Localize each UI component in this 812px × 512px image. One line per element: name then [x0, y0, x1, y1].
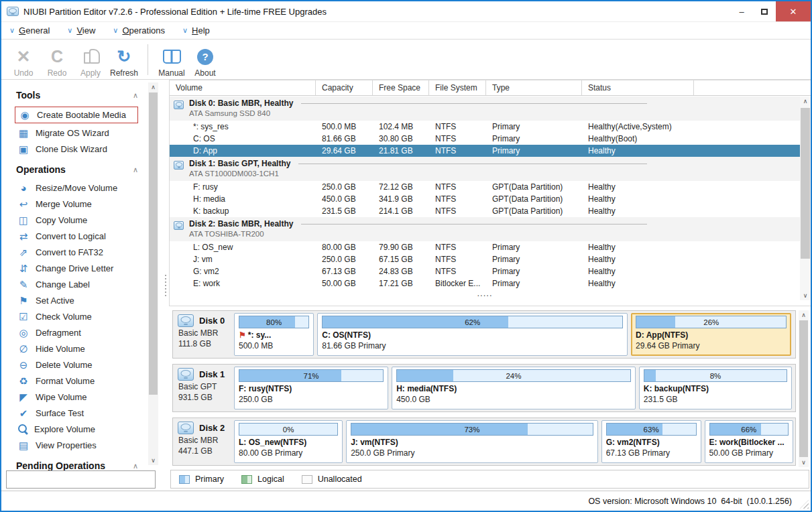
menu-operations[interactable]: ∨Operations: [113, 25, 165, 36]
convert-fat32-icon: ⇗: [17, 247, 30, 257]
table-row-h-media[interactable]: H: media450.0 GB341.9 GBNTFSGPT(Data Par…: [170, 193, 800, 205]
partition-block-j-vm-ntfs[interactable]: 73%J: vm(NTFS)250.0 GB Primary: [346, 420, 597, 463]
sidebar-item-check-volume[interactable]: ☑Check Volume: [1, 308, 149, 324]
chevron-up-icon: ∧: [133, 462, 138, 470]
about-button[interactable]: ?About: [188, 42, 222, 78]
disk-map-scrollbar[interactable]: ∧ ∨: [799, 310, 809, 467]
column-header-spacer[interactable]: [694, 80, 800, 95]
partition-block-f-rusy-ntfs[interactable]: 71%F: rusy(NTFS)250.0 GB: [234, 367, 388, 409]
partition-block-sy[interactable]: 80%⚑*: sy...500.0 MB: [234, 313, 314, 356]
merge-icon: ↩: [17, 199, 30, 209]
column-header-file-system[interactable]: File System: [429, 80, 486, 95]
sidebar-item-convert-to-logical[interactable]: ⇄Convert to Logical: [1, 228, 149, 244]
table-row-j-vm[interactable]: J: vm250.0 GB67.15 GBNTFSPrimaryHealthy: [170, 253, 800, 265]
table-row-sys-res[interactable]: *: sys_res500.0 MB102.4 MBNTFSPrimaryHea…: [170, 121, 800, 133]
sidebar-item-copy-volume[interactable]: ◫Copy Volume: [1, 212, 149, 228]
scroll-up-icon[interactable]: ∧: [799, 310, 809, 320]
partition-block-h-media-ntfs[interactable]: 24%H: media(NTFS)450.0 GB: [392, 367, 636, 409]
disk-panel-label[interactable]: Disk 2Basic MBR447.1 GB: [175, 420, 234, 463]
manual-button[interactable]: Manual: [155, 42, 188, 78]
cell-status: Healthy: [582, 253, 694, 265]
column-header-type[interactable]: Type: [486, 80, 582, 95]
column-header-free-space[interactable]: Free Space: [373, 80, 429, 95]
disk-panel-label[interactable]: Disk 0Basic MBR111.8 GB: [175, 313, 234, 356]
disk-group-row[interactable]: Disk 1: Basic GPT, HealthyATA ST1000DM00…: [170, 157, 800, 181]
scroll-down-icon[interactable]: ∨: [148, 456, 158, 465]
sidebar-splitter[interactable]: [162, 80, 169, 491]
sidebar-item-change-label[interactable]: ✎Change Label: [1, 276, 149, 292]
sidebar-item-change-drive-letter[interactable]: ⇵Change Drive Letter: [1, 260, 149, 276]
scroll-up-icon[interactable]: ∧: [800, 97, 811, 106]
legend-label: Unallocated: [318, 474, 362, 484]
sidebar-item-merge-volume[interactable]: ↩Merge Volume: [1, 196, 149, 212]
maximize-button[interactable]: [753, 1, 776, 21]
scroll-up-icon[interactable]: ∧: [148, 82, 158, 92]
partition-block-d-app-ntfs[interactable]: 26%D: App(NTFS)29.64 GB Primary: [631, 313, 791, 356]
menu-view[interactable]: ∨View: [67, 25, 95, 36]
column-header-capacity[interactable]: Capacity: [316, 80, 373, 95]
partition-block-e-work-bitlocker[interactable]: 66%E: work(Bitlocker ...50.00 GB Primary: [705, 420, 793, 463]
table-row-d-app[interactable]: D: App29.64 GB21.81 GBNTFSPrimaryHealthy: [170, 145, 800, 157]
sidebar-item-delete-volume[interactable]: ⊖Delete Volume: [1, 357, 149, 373]
sidebar-item-hide-volume[interactable]: ∅Hide Volume: [1, 340, 149, 357]
sidebar-item-surface-test[interactable]: ✔Surface Test: [1, 405, 149, 421]
table-row-l-os-new[interactable]: L: OS_new80.00 GB79.90 GBNTFSPrimaryHeal…: [170, 241, 800, 253]
disk-panel-disk-0: Disk 0Basic MBR111.8 GB80%⚑*: sy...500.0…: [172, 310, 796, 359]
undo-button[interactable]: ✕Undo: [7, 42, 40, 78]
refresh-button[interactable]: ↻Refresh: [107, 42, 141, 78]
usage-bar: 71%: [239, 369, 384, 382]
close-button[interactable]: ✕: [776, 1, 811, 21]
usage-bar: 63%: [606, 423, 697, 436]
sidebar-item-wipe-volume[interactable]: ◤Wipe Volume: [1, 389, 149, 405]
disk-group-row[interactable]: Disk 0: Basic MBR, HealthyATA Samsung SS…: [170, 97, 800, 121]
table-row-c-os[interactable]: C: OS81.66 GB30.80 GBNTFSPrimaryHealthy(…: [170, 133, 800, 145]
usage-percent: 0%: [239, 424, 337, 435]
sidebar-item-resize-move-volume[interactable]: ◕Resize/Move Volume: [1, 180, 149, 196]
menu-help[interactable]: ∨Help: [182, 25, 210, 36]
sidebar-item-format-volume[interactable]: ♻Format Volume: [1, 373, 149, 389]
scrollbar-thumb[interactable]: [799, 320, 808, 457]
menu-general[interactable]: ∨General: [9, 25, 50, 36]
disk-group-row[interactable]: Disk 2: Basic MBR, HealthyATA TOSHIBA-TR…: [170, 217, 800, 241]
sidebar-sections: Tools∧◉Create Bootable Media▦Migrate OS …: [1, 82, 149, 476]
table-row-f-rusy[interactable]: F: rusy250.0 GB72.12 GBNTFSGPT(Data Part…: [170, 181, 800, 193]
section-header-operations[interactable]: Operations∧: [1, 157, 149, 180]
partition-block-l-os-new-ntfs[interactable]: 0%L: OS_new(NTFS)80.00 GB Primary: [234, 420, 343, 463]
table-splitter-handle[interactable]: .....: [170, 290, 800, 298]
tool-icon-wrap: [82, 46, 99, 68]
partition-block-k-backup-ntfs[interactable]: 8%K: backup(NTFS)231.5 GB: [639, 367, 793, 409]
sidebar-item-set-active[interactable]: ⚑Set Active: [1, 292, 149, 308]
tool-label: Refresh: [110, 68, 138, 78]
scroll-down-icon[interactable]: ∨: [800, 291, 811, 300]
section-header-tools[interactable]: Tools∧: [1, 82, 149, 105]
usage-percent: 26%: [636, 316, 786, 328]
partition-block-c-os-ntfs[interactable]: 62%C: OS(NTFS)81.66 GB Primary: [317, 313, 628, 356]
sidebar-item-migrate-os-wizard[interactable]: ▦Migrate OS Wizard: [1, 125, 149, 141]
cell-status: Healthy: [582, 205, 694, 217]
scroll-down-icon[interactable]: ∨: [799, 458, 809, 467]
scrollbar-thumb[interactable]: [801, 108, 810, 259]
redo-button[interactable]: CRedo: [40, 42, 74, 78]
sidebar-item-convert-to-fat32[interactable]: ⇗Convert to FAT32: [1, 244, 149, 260]
column-header-status[interactable]: Status: [582, 80, 694, 95]
table-row-g-vm2[interactable]: G: vm267.13 GB24.83 GBNTFSPrimaryHealthy: [170, 265, 800, 277]
sidebar-item-view-properties[interactable]: ▤View Properties: [1, 437, 149, 453]
cell-spacer: [694, 121, 800, 133]
minimize-button[interactable]: –: [730, 1, 753, 21]
partition-block-g-vm2-ntfs[interactable]: 63%G: vm2(NTFS)67.13 GB Primary: [601, 420, 701, 463]
cell-fs: NTFS: [429, 205, 486, 217]
table-scrollbar[interactable]: ∧ ∨: [800, 97, 811, 300]
sidebar-item-clone-disk-wizard[interactable]: ▣Clone Disk Wizard: [1, 141, 149, 157]
resize-grip-icon[interactable]: [800, 500, 809, 509]
sidebar-item-label: Change Drive Letter: [36, 263, 113, 273]
table-row-k-backup[interactable]: K: backup231.5 GB214.1 GBNTFSGPT(Data Pa…: [170, 205, 800, 217]
disk-panel-label[interactable]: Disk 1Basic GPT931.5 GB: [175, 367, 234, 409]
apply-button[interactable]: Apply: [74, 42, 107, 78]
scrollbar-thumb[interactable]: [149, 92, 158, 395]
sidebar-item-explore-volume[interactable]: Explore Volume: [1, 421, 149, 437]
sidebar-item-defragment[interactable]: ◎Defragment: [1, 324, 149, 340]
tool-label: Apply: [80, 68, 101, 78]
column-header-volume[interactable]: Volume: [170, 80, 316, 95]
sidebar-scrollbar[interactable]: ∧ ∨: [148, 82, 158, 465]
sidebar-item-create-bootable-media[interactable]: ◉Create Bootable Media: [15, 107, 138, 123]
